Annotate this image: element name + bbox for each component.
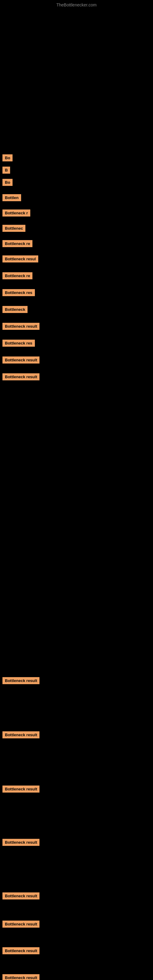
page-container: TheBottlenecker.com BoBBoBottlenBottlene… bbox=[0, 0, 153, 980]
bottleneck-item: Bottleneck bbox=[2, 306, 27, 313]
bottleneck-item: Bottleneck result bbox=[2, 839, 40, 846]
bottleneck-item: Bottlen bbox=[2, 194, 21, 201]
bottleneck-item: Bottleneck result bbox=[2, 947, 40, 954]
bottleneck-item: Bottlenec bbox=[2, 225, 26, 232]
bottleneck-item: Bottleneck re bbox=[2, 272, 32, 279]
bottleneck-item: Bottleneck res bbox=[2, 340, 35, 347]
bottleneck-item: Bottleneck result bbox=[2, 373, 40, 380]
bottleneck-item: Bo bbox=[2, 179, 13, 186]
bottleneck-item: Bottleneck result bbox=[2, 356, 40, 364]
bottleneck-item: Bottleneck resul bbox=[2, 255, 38, 262]
bottleneck-item: Bottleneck result bbox=[2, 921, 40, 928]
bottleneck-item: Bottleneck r bbox=[2, 210, 30, 216]
bottleneck-item: Bottleneck result bbox=[2, 323, 40, 330]
bottleneck-item: Bottleneck result bbox=[2, 974, 40, 980]
bottleneck-item: Bottleneck result bbox=[2, 731, 40, 738]
site-title: TheBottlenecker.com bbox=[0, 0, 153, 9]
bottleneck-item: B bbox=[2, 167, 10, 173]
bottleneck-item: Bottleneck result bbox=[2, 892, 40, 899]
bottleneck-item: Bo bbox=[2, 154, 13, 161]
bottleneck-item: Bottleneck result bbox=[2, 786, 40, 792]
bottleneck-item: Bottleneck result bbox=[2, 677, 40, 684]
bottleneck-item: Bottleneck res bbox=[2, 289, 35, 296]
bottleneck-item: Bottleneck re bbox=[2, 240, 32, 247]
